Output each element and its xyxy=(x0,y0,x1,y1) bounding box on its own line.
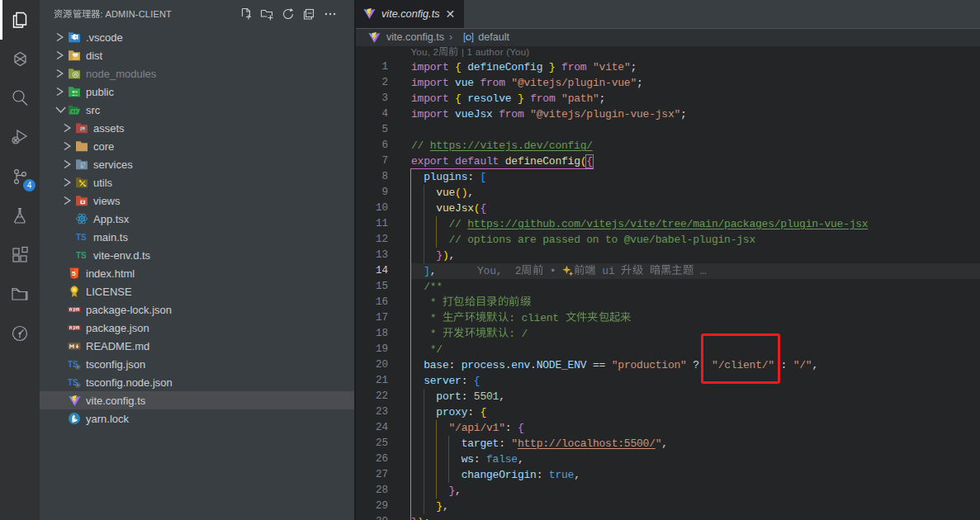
svg-text:5: 5 xyxy=(72,270,76,277)
svg-text:TS: TS xyxy=(76,233,87,242)
svg-text:TS: TS xyxy=(76,251,87,260)
